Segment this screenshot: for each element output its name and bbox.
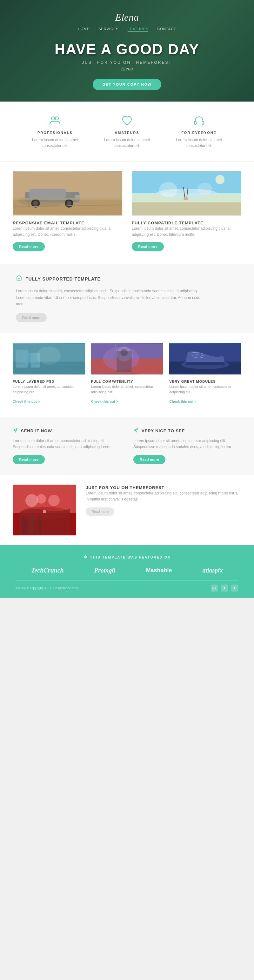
svg-point-25	[184, 197, 188, 200]
hero-script: Elena	[121, 66, 133, 72]
svg-point-22	[216, 175, 225, 185]
send-header-left: SEND IT NOW	[13, 428, 121, 434]
col-modules-desc: Lorem ipsum dolor sit amet, consectetur …	[169, 384, 241, 395]
site-logo: Elena	[115, 11, 139, 23]
svg-rect-2	[194, 121, 196, 124]
hero-section: Elena HOME SERVICES FEATURES CONTACT HAV…	[0, 0, 254, 102]
col-responsive-email: RESPONSIVE EMAIL TEMPLATE Lorem ipsum do…	[13, 171, 122, 251]
svg-point-52	[37, 494, 46, 504]
featured-title: JUST FOR YOU ON THEMEFOREST	[86, 485, 165, 490]
nav-home[interactable]: HOME	[78, 27, 89, 32]
col-modules: VERY GREAT MODULES Lorem ipsum dolor sit…	[169, 343, 241, 404]
car-image	[13, 171, 122, 215]
nav-contact[interactable]: CONTACT	[157, 27, 176, 32]
send-desc-left: Lorem ipsum dolor sit amet, consectetur …	[13, 438, 121, 450]
col-modules-title: VERY GREAT MODULES	[169, 380, 216, 383]
features-strip: PROFESIONALS Lorem ipsum dolor sit amet …	[0, 102, 254, 162]
supported-desc: Lorem ipsum dolor sit amet, consectetur …	[16, 288, 206, 307]
svg-rect-27	[18, 278, 20, 280]
svg-rect-26	[132, 202, 241, 215]
techcrunch-logo: TechCrunch	[31, 567, 64, 574]
send-col-left: SEND IT NOW Lorem ipsum dolor sit amet, …	[13, 428, 121, 464]
feature-professionals-desc: Lorem ipsum dolor sit amet consectetur e…	[23, 137, 87, 148]
svg-rect-8	[30, 189, 66, 198]
feature-everyone-title: FOR EVERYONE	[181, 131, 217, 135]
nav-services[interactable]: SERVICES	[98, 27, 118, 32]
svg-point-21	[197, 183, 212, 194]
mashable-logo: Mashable	[146, 567, 172, 574]
col-layered-desc: Lorem ipsum dolor sit amet, consectetur …	[13, 384, 85, 395]
heart-icon	[121, 114, 133, 127]
star-badge-icon	[83, 554, 88, 560]
supported-title: FULLY SUPPORTED TEMPLATE	[26, 277, 101, 282]
svg-point-20	[159, 182, 177, 197]
col-layered-psd: FULLY LAYERED PSD Lorem ipsum dolor sit …	[13, 343, 85, 404]
atlaspix-logo: atlaspix	[203, 567, 223, 574]
feature-amateurs-desc: Lorem ipsum dolor sit amet consectetur e…	[95, 137, 159, 148]
col-responsive-title: RESPONSIVE EMAIL TEMPLATE	[13, 221, 85, 225]
send-title-right: VERY NICE TO SEE	[142, 428, 185, 433]
hero-title: HAVE A GOOD DAY	[54, 41, 200, 58]
svg-point-34	[37, 347, 61, 364]
twitter-icon[interactable]: t	[231, 585, 238, 592]
svg-point-53	[48, 495, 60, 506]
svg-point-10	[33, 201, 38, 206]
compatibility-check-link[interactable]: Check this out >	[91, 399, 118, 403]
svg-rect-15	[13, 198, 122, 200]
shoes-image	[169, 343, 241, 374]
col-compatibility: FULL COMPATIBILITY Lorem ipsum dolor sit…	[91, 343, 163, 404]
copyright-text: Elenea © copyright 2013 · Unsubscribe he…	[16, 587, 79, 590]
supported-header: FULLY SUPPORTED TEMPLATE	[16, 275, 238, 283]
featured-section: JUST FOR YOU ON THEMEFOREST Lorem ipsum …	[0, 475, 254, 545]
layered-check-link[interactable]: Check this out >	[13, 399, 40, 403]
send-section: SEND IT NOW Lorem ipsum dolor sit amet, …	[0, 417, 254, 475]
headphones-icon	[193, 114, 205, 127]
responsive-read-more-button[interactable]: Read more	[13, 242, 45, 251]
featured-image	[13, 485, 76, 535]
svg-point-12	[67, 201, 72, 206]
svg-rect-3	[202, 121, 204, 124]
social-icons-group: g+ f t	[211, 585, 238, 592]
two-col-section: RESPONSIVE EMAIL TEMPLATE Lorem ipsum do…	[0, 162, 254, 264]
support-icon	[16, 275, 22, 283]
nice-to-see-icon	[133, 428, 139, 434]
feature-everyone-desc: Lorem ipsum dolor sit amet consectetur e…	[167, 137, 231, 148]
footer-featured-text: THIS TEMPLATE WAS FEATURED ON	[90, 555, 171, 559]
col-compatible-desc: Lorem ipsum dolor sit amet, consectetur …	[132, 226, 241, 238]
feature-amateurs-title: AMATEURS	[115, 131, 139, 135]
beach-image	[132, 171, 241, 215]
svg-point-1	[55, 117, 58, 120]
send-icon	[13, 428, 18, 434]
google-plus-icon[interactable]: g+	[211, 585, 218, 592]
promgil-logo: Promgil	[94, 567, 115, 574]
rain-image	[91, 343, 163, 374]
people-icon	[49, 114, 61, 127]
featured-desc: Lorem ipsum dolor sit amet, consectetur …	[86, 490, 241, 503]
feature-professionals: PROFESIONALS Lorem ipsum dolor sit amet …	[23, 114, 87, 148]
supported-read-more-button[interactable]: Read more	[16, 313, 47, 322]
col-layered-title: FULLY LAYERED PSD	[13, 380, 54, 383]
nice-read-more-button[interactable]: Read more	[133, 455, 165, 464]
footer-section: THIS TEMPLATE WAS FEATURED ON TechCrunch…	[0, 545, 254, 598]
svg-rect-54	[22, 516, 27, 534]
skate-image	[13, 343, 85, 374]
facebook-icon[interactable]: f	[221, 585, 228, 592]
send-read-more-button[interactable]: Read more	[13, 455, 45, 464]
feature-professionals-title: PROFESIONALS	[37, 131, 73, 135]
col-compatible-title: FULLY COMPATIBLE TEMPLATE	[132, 221, 203, 225]
svg-rect-55	[30, 515, 34, 534]
send-title-left: SEND IT NOW	[21, 428, 52, 433]
nav-features[interactable]: FEATURES	[128, 27, 149, 32]
send-header-right: VERY NICE TO SEE	[133, 428, 241, 434]
col-compatible-template: FULLY COMPATIBLE TEMPLATE Lorem ipsum do…	[132, 171, 241, 251]
compatible-read-more-button[interactable]: Read more	[132, 242, 164, 251]
hero-subtitle: JUST FOR YOU ON THEMEFOREST	[82, 60, 172, 65]
svg-rect-56	[38, 516, 41, 534]
send-desc-right: Lorem ipsum dolor sit amet, consectetur …	[133, 438, 241, 450]
featured-content: JUST FOR YOU ON THEMEFOREST Lorem ipsum …	[86, 485, 241, 516]
featured-read-more-button[interactable]: Read more	[86, 508, 114, 516]
svg-point-43	[120, 349, 128, 356]
hero-cta-button[interactable]: GET YOUR COPY NOW	[93, 79, 161, 90]
svg-point-51	[26, 494, 38, 507]
modules-check-link[interactable]: Check this out >	[169, 399, 196, 403]
